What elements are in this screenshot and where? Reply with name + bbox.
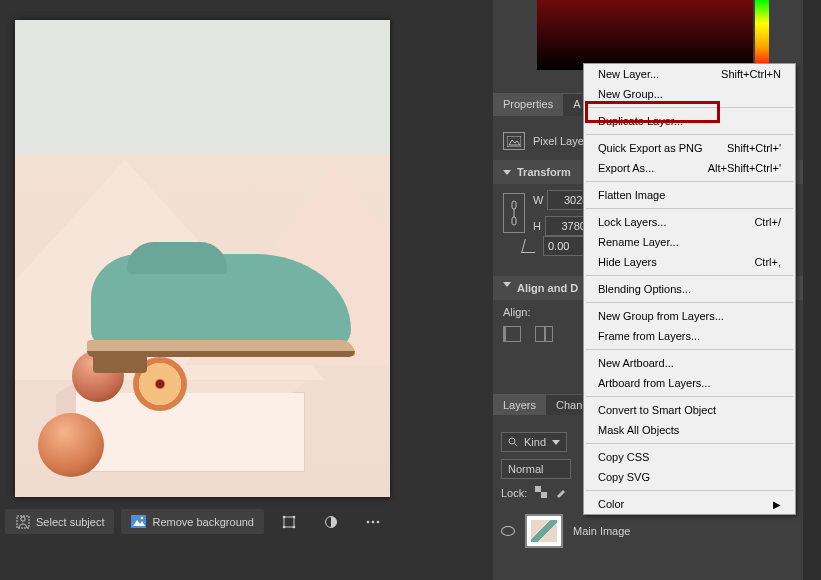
svg-point-19 <box>509 438 515 444</box>
menu-item-label: New Layer... <box>598 68 659 80</box>
align-center-button[interactable] <box>535 326 553 342</box>
menu-item-label: Copy CSS <box>598 451 649 463</box>
visibility-toggle-icon[interactable] <box>501 526 515 536</box>
menu-item-new-group[interactable]: New Group... <box>584 84 795 104</box>
hue-slider[interactable] <box>755 0 769 70</box>
svg-rect-16 <box>512 201 516 209</box>
menu-item-label: Copy SVG <box>598 471 650 483</box>
menu-item-lock-layers[interactable]: Lock Layers...Ctrl+/ <box>584 212 795 232</box>
svg-line-20 <box>515 444 518 447</box>
angle-icon <box>521 239 539 253</box>
menu-item-shortcut: Ctrl+/ <box>754 216 781 228</box>
menu-item-artboard-from-layers[interactable]: Artboard from Layers... <box>584 373 795 393</box>
context-toolbar: Select subject Remove background <box>5 509 390 534</box>
menu-item-shortcut: Shift+Ctrl+N <box>721 68 781 80</box>
menu-separator <box>586 349 793 350</box>
svg-rect-5 <box>284 517 294 527</box>
person-icon <box>15 514 30 529</box>
svg-rect-1 <box>17 516 29 528</box>
menu-separator <box>586 275 793 276</box>
menu-item-label: Blending Options... <box>598 283 691 295</box>
menu-separator <box>586 443 793 444</box>
menu-item-label: New Artboard... <box>598 357 674 369</box>
adjustment-button[interactable] <box>313 509 348 534</box>
more-options-button[interactable] <box>355 509 390 534</box>
menu-item-label: Mask All Objects <box>598 424 679 436</box>
lock-label: Lock: <box>501 487 527 499</box>
menu-item-blending-options[interactable]: Blending Options... <box>584 279 795 299</box>
chevron-down-icon <box>503 170 511 175</box>
document-image[interactable] <box>15 20 390 497</box>
blend-mode-select[interactable]: Normal <box>501 459 571 479</box>
lock-pixels-icon[interactable] <box>555 486 567 500</box>
menu-item-new-artboard[interactable]: New Artboard... <box>584 353 795 373</box>
menu-item-export-as[interactable]: Export As...Alt+Shift+Ctrl+' <box>584 158 795 178</box>
menu-item-new-layer[interactable]: New Layer...Shift+Ctrl+N <box>584 64 795 84</box>
menu-item-mask-all-objects[interactable]: Mask All Objects <box>584 420 795 440</box>
svg-rect-21 <box>535 486 541 492</box>
menu-item-duplicate-layer[interactable]: Duplicate Layer... <box>584 111 795 131</box>
layer-filter-kind-select[interactable]: Kind <box>501 432 567 452</box>
align-label: Align: <box>493 300 541 324</box>
menu-item-label: Export As... <box>598 162 654 174</box>
layer-name-label[interactable]: Main Image <box>573 525 630 537</box>
menu-item-new-group-from-layers[interactable]: New Group from Layers... <box>584 306 795 326</box>
layer-thumbnail[interactable] <box>525 514 563 548</box>
chevron-down-icon <box>503 282 511 287</box>
select-subject-button[interactable]: Select subject <box>5 509 114 534</box>
submenu-arrow-icon: ▶ <box>773 499 781 510</box>
menu-item-label: New Group from Layers... <box>598 310 724 322</box>
menu-separator <box>586 107 793 108</box>
menu-separator <box>586 134 793 135</box>
menu-item-color[interactable]: Color▶ <box>584 494 795 514</box>
menu-separator <box>586 490 793 491</box>
tab-properties[interactable]: Properties <box>493 93 563 116</box>
menu-item-copy-svg[interactable]: Copy SVG <box>584 467 795 487</box>
svg-rect-17 <box>512 217 516 225</box>
layer-row[interactable]: Main Image <box>493 510 821 552</box>
search-icon <box>508 437 518 447</box>
menu-item-flatten-image[interactable]: Flatten Image <box>584 185 795 205</box>
collapsed-panel-strip[interactable] <box>803 0 821 580</box>
align-header-label: Align and D <box>517 282 578 294</box>
menu-item-copy-css[interactable]: Copy CSS <box>584 447 795 467</box>
menu-item-label: Frame from Layers... <box>598 330 700 342</box>
chevron-down-icon <box>552 440 560 445</box>
menu-item-hide-layers[interactable]: Hide LayersCtrl+, <box>584 252 795 272</box>
properties-panel-tabs: Properties A <box>493 93 590 116</box>
remove-background-button[interactable]: Remove background <box>121 509 264 534</box>
image-content <box>15 20 390 497</box>
menu-separator <box>586 181 793 182</box>
menu-item-label: Color <box>598 498 624 510</box>
align-button-row <box>503 326 553 342</box>
menu-item-label: Artboard from Layers... <box>598 377 711 389</box>
link-dimensions-button[interactable] <box>503 193 525 233</box>
menu-item-label: Duplicate Layer... <box>598 115 683 127</box>
lock-transparency-icon[interactable] <box>535 486 547 500</box>
height-label: H <box>533 220 541 232</box>
align-left-button[interactable] <box>503 326 521 342</box>
svg-point-12 <box>371 520 374 523</box>
menu-item-label: Quick Export as PNG <box>598 142 703 154</box>
color-picker[interactable] <box>537 0 753 70</box>
menu-separator <box>586 396 793 397</box>
svg-rect-2 <box>131 515 146 528</box>
transform-header-label: Transform <box>517 166 571 178</box>
menu-item-frame-from-layers[interactable]: Frame from Layers... <box>584 326 795 346</box>
svg-point-11 <box>366 520 369 523</box>
menu-separator <box>586 302 793 303</box>
kind-label: Kind <box>524 436 546 448</box>
tab-layers[interactable]: Layers <box>493 394 546 415</box>
menu-item-convert-to-smart-object[interactable]: Convert to Smart Object <box>584 400 795 420</box>
blend-mode-label: Normal <box>508 463 543 475</box>
menu-item-shortcut: Alt+Shift+Ctrl+' <box>708 162 781 174</box>
menu-item-shortcut: Shift+Ctrl+' <box>727 142 781 154</box>
image-icon <box>131 514 146 529</box>
menu-item-quick-export-as-png[interactable]: Quick Export as PNGShift+Ctrl+' <box>584 138 795 158</box>
transform-icon <box>281 514 296 529</box>
menu-item-rename-layer[interactable]: Rename Layer... <box>584 232 795 252</box>
svg-marker-15 <box>509 140 520 145</box>
transform-tool-button[interactable] <box>271 509 306 534</box>
menu-item-label: Rename Layer... <box>598 236 679 248</box>
menu-item-label: Lock Layers... <box>598 216 666 228</box>
